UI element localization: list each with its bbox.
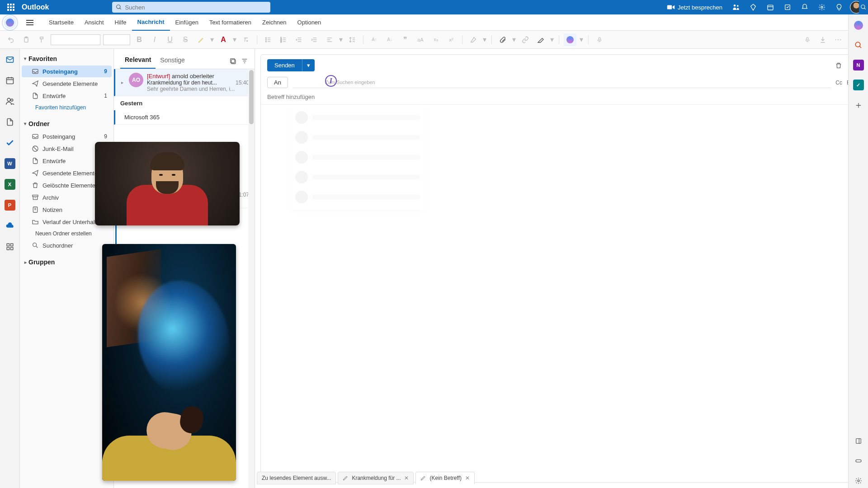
ribbon-tab[interactable]: Nachricht [132, 14, 170, 31]
attach-button[interactable] [496, 33, 509, 46]
other-tab[interactable]: Sonstige [156, 54, 189, 68]
undo-button[interactable] [5, 33, 17, 46]
strikethrough-button[interactable]: S [179, 33, 192, 46]
rail-word[interactable]: W [2, 155, 18, 172]
ribbon-tab[interactable]: Ansicht [79, 14, 109, 31]
quote-button[interactable]: ❞ [399, 33, 411, 46]
compose-tab[interactable]: Zu lesendes Element ausw... [257, 472, 336, 484]
subscript-button[interactable]: x₂ [429, 33, 442, 46]
rail-copilot[interactable] [851, 18, 866, 33]
filter-icon[interactable] [241, 57, 248, 65]
ribbon-tab[interactable]: Optionen [292, 14, 327, 31]
compose-tab[interactable]: (Kein Betreff)✕ [415, 472, 474, 484]
calendar-icon[interactable] [762, 0, 778, 14]
tips-icon[interactable] [831, 0, 847, 14]
increase-indent-button[interactable] [308, 33, 321, 46]
search-folders[interactable]: Suchordner [22, 239, 112, 251]
rail-todo[interactable] [2, 135, 18, 151]
select-all-icon[interactable] [229, 57, 236, 65]
cc-button[interactable]: Cc [835, 80, 842, 86]
styles-button[interactable] [467, 33, 480, 46]
rail-onedrive[interactable] [2, 218, 18, 234]
rail-zoom[interactable] [851, 454, 866, 468]
copilot-badge[interactable] [4, 16, 16, 29]
rail-planner[interactable]: ✓ [851, 78, 866, 92]
rail-settings-sync[interactable] [851, 474, 866, 488]
decrease-indent-button[interactable] [292, 33, 305, 46]
folder-item[interactable]: Entwürfe1 [22, 90, 112, 102]
chevron-down-icon[interactable]: ▾ [512, 33, 516, 46]
settings-icon[interactable] [814, 0, 830, 14]
ribbon-tab[interactable]: Zeichnen [257, 14, 292, 31]
font-color-button[interactable]: A [217, 33, 230, 46]
search-input[interactable] [125, 4, 267, 11]
system-search-icon[interactable] [860, 4, 867, 10]
focused-tab[interactable]: Relevant [120, 53, 156, 69]
font-family-input[interactable] [51, 34, 100, 45]
chevron-down-icon[interactable]: ▾ [550, 33, 554, 46]
expand-chevron-icon[interactable]: ▸ [119, 73, 125, 92]
rail-add[interactable]: ＋ [851, 98, 866, 112]
ribbon-tab[interactable]: Hilfe [109, 14, 132, 31]
signature-button[interactable] [534, 33, 547, 46]
groups-header[interactable]: ▸Gruppen [20, 256, 113, 268]
folder-item[interactable]: Gesendete Elemente [22, 78, 112, 89]
dictate-button[interactable] [593, 33, 606, 46]
more-options-button[interactable]: ⋯ [832, 33, 844, 46]
increase-font-button[interactable]: A↑ [368, 33, 381, 46]
recipient-suggestions[interactable] [290, 105, 425, 210]
favorites-header[interactable]: ▸Favoriten [20, 52, 113, 65]
bold-button[interactable]: B [133, 33, 146, 46]
italic-button[interactable]: I [148, 33, 161, 46]
notifications-icon[interactable] [797, 0, 813, 14]
search-box[interactable] [112, 2, 270, 13]
to-button[interactable]: An [267, 77, 288, 88]
rail-calendar[interactable] [2, 72, 18, 89]
subject-field[interactable] [267, 94, 856, 100]
underline-button[interactable]: U [164, 33, 176, 46]
rail-people[interactable] [2, 93, 18, 109]
folder-item[interactable]: Posteingang9 [22, 131, 112, 142]
rail-powerpoint[interactable]: P [2, 197, 18, 213]
link-button[interactable] [519, 33, 532, 46]
chevron-down-icon[interactable]: ▾ [339, 33, 343, 46]
chevron-down-icon[interactable]: ▾ [482, 33, 487, 46]
numbering-button[interactable]: 123 [277, 33, 290, 46]
chevron-down-icon[interactable]: ▾ [579, 33, 584, 46]
rail-collapse[interactable] [851, 434, 866, 448]
message-item[interactable]: ▸ AO [Entwurf] arnold oberleiter Krankme… [114, 69, 255, 96]
font-size-input[interactable] [103, 34, 130, 45]
send-button[interactable]: Senden [267, 59, 302, 71]
new-folder-link[interactable]: Neuen Ordner erstellen [20, 228, 113, 239]
message-item[interactable]: Microsoft 365 [114, 110, 255, 125]
ribbon-tab[interactable]: Einfügen [170, 14, 204, 31]
folders-header[interactable]: ▸Ordner [20, 117, 113, 130]
line-spacing-button[interactable] [346, 33, 359, 46]
ribbon-tab[interactable]: Text formatieren [204, 14, 257, 31]
add-favorite-link[interactable]: Favoriten hinzufügen [20, 102, 113, 113]
premium-icon[interactable] [745, 0, 761, 14]
change-case-button[interactable]: aA [414, 33, 427, 46]
bullets-button[interactable] [262, 33, 274, 46]
align-button[interactable] [323, 33, 336, 46]
highlight-button[interactable] [194, 33, 207, 46]
ribbon-tab[interactable]: Startseite [43, 14, 79, 31]
folder-item[interactable]: Posteingang9 [22, 66, 112, 77]
send-options-button[interactable]: ▾ [302, 59, 315, 71]
rail-search[interactable] [851, 38, 866, 52]
rail-files[interactable] [2, 114, 18, 130]
my-day-icon[interactable] [779, 0, 796, 14]
rail-excel[interactable]: X [2, 176, 18, 192]
decrease-font-button[interactable]: A↓ [383, 33, 396, 46]
teams-icon[interactable] [728, 0, 744, 14]
download-button[interactable] [816, 33, 829, 46]
app-launcher[interactable] [4, 0, 18, 14]
paste-button[interactable] [20, 33, 33, 46]
to-field[interactable]: I Zum Suchen eingeben [292, 77, 831, 88]
rail-mail[interactable] [2, 52, 18, 68]
sensitivity-button[interactable] [801, 33, 814, 46]
clear-formatting-button[interactable] [240, 33, 252, 46]
copilot-button[interactable] [564, 33, 576, 46]
hamburger-button[interactable] [23, 15, 37, 30]
format-painter-button[interactable] [35, 33, 48, 46]
